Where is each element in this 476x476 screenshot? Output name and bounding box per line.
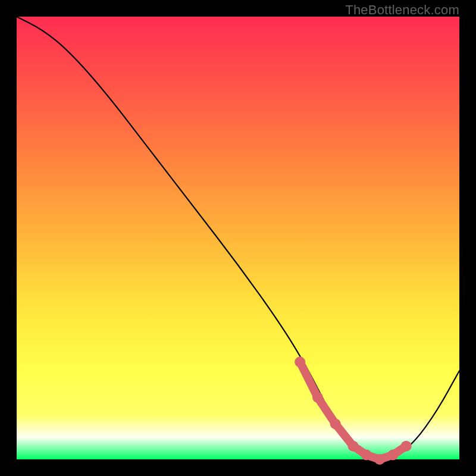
bottleneck-curve bbox=[17, 17, 459, 458]
chart-svg bbox=[17, 17, 459, 459]
optimal-range-dot bbox=[361, 450, 372, 461]
optimal-range-dot bbox=[387, 450, 398, 461]
chart-plot-area bbox=[17, 17, 459, 459]
optimal-range-dot bbox=[312, 392, 323, 403]
optimal-range-dot bbox=[330, 418, 341, 429]
optimal-range-dot bbox=[347, 441, 358, 452]
optimal-range-dot bbox=[374, 454, 385, 465]
optimal-range-dot bbox=[295, 356, 305, 367]
optimal-range-markers bbox=[295, 356, 412, 465]
chart-stage: TheBottleneck.com bbox=[0, 0, 476, 476]
watermark-text: TheBottleneck.com bbox=[345, 2, 459, 18]
optimal-range-dot bbox=[401, 441, 412, 452]
